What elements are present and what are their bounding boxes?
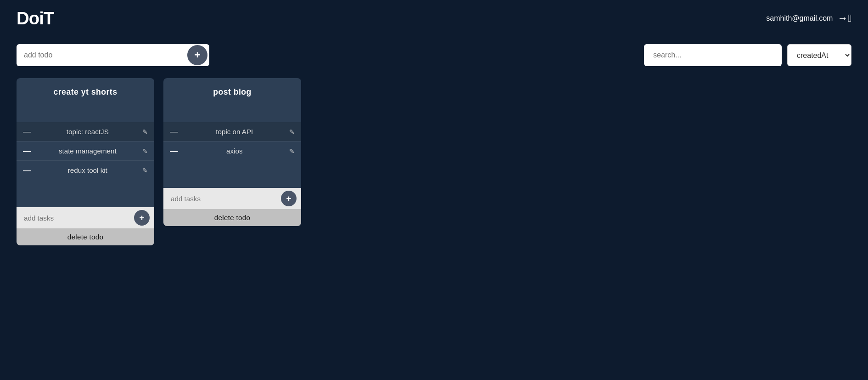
task-item: —topic: reactJS✎ (17, 122, 154, 141)
tasks-list-todo-2: —topic on API✎—axios✎ (163, 122, 301, 160)
task-item: —state management✎ (17, 141, 154, 160)
add-todo-input[interactable] (17, 51, 187, 59)
delete-todo-button-todo-2[interactable]: delete todo (163, 209, 301, 226)
add-tasks-input-todo-1[interactable] (21, 212, 134, 224)
user-email: samhith@gmail.com (766, 14, 833, 23)
cards-container: create yt shorts—topic: reactJS✎—state m… (0, 74, 868, 262)
app-logo: DoiT (17, 8, 54, 28)
task-edit-icon[interactable]: ✎ (142, 128, 148, 136)
task-edit-icon[interactable]: ✎ (142, 147, 148, 155)
search-input[interactable] (644, 44, 782, 66)
card-title-todo-2: post blog (163, 78, 301, 103)
task-label: topic on API (184, 128, 286, 136)
todo-card-todo-2: post blog—topic on API✎—axios✎+delete to… (163, 78, 301, 226)
task-delete-icon[interactable]: — (170, 146, 178, 156)
header-user-area: samhith@gmail.com →⃣ (766, 12, 851, 24)
toolbar: + createdAt alphabetical (0, 37, 868, 74)
task-delete-icon[interactable]: — (23, 127, 31, 136)
task-edit-icon[interactable]: ✎ (289, 128, 295, 136)
add-task-button-todo-1[interactable]: + (134, 210, 150, 226)
add-tasks-form-todo-1: + (17, 207, 154, 228)
tasks-list-todo-1: —topic: reactJS✎—state management✎—redux… (17, 122, 154, 180)
task-label: state management (37, 147, 139, 155)
task-delete-icon[interactable]: — (170, 127, 178, 136)
task-item: —axios✎ (163, 141, 301, 160)
add-tasks-form-todo-2: + (163, 188, 301, 209)
sort-select[interactable]: createdAt alphabetical (787, 44, 851, 66)
header: DoiT samhith@gmail.com →⃣ (0, 0, 868, 37)
task-label: axios (184, 147, 286, 155)
add-todo-form: + (17, 44, 209, 66)
toolbar-right: createdAt alphabetical (644, 44, 851, 66)
card-title-todo-1: create yt shorts (17, 78, 154, 103)
task-item: —redux tool kit✎ (17, 160, 154, 180)
task-label: redux tool kit (37, 166, 139, 174)
todo-card-todo-1: create yt shorts—topic: reactJS✎—state m… (17, 78, 154, 245)
delete-todo-button-todo-1[interactable]: delete todo (17, 228, 154, 245)
add-task-button-todo-2[interactable]: + (281, 191, 297, 206)
task-edit-icon[interactable]: ✎ (142, 167, 148, 174)
task-item: —topic on API✎ (163, 122, 301, 141)
logout-icon[interactable]: →⃣ (837, 12, 851, 24)
add-tasks-input-todo-2[interactable] (168, 193, 281, 204)
task-delete-icon[interactable]: — (23, 165, 31, 175)
add-todo-button[interactable]: + (187, 45, 207, 65)
task-edit-icon[interactable]: ✎ (289, 147, 295, 155)
plus-icon: + (194, 49, 200, 61)
task-label: topic: reactJS (37, 128, 139, 136)
task-delete-icon[interactable]: — (23, 146, 31, 156)
